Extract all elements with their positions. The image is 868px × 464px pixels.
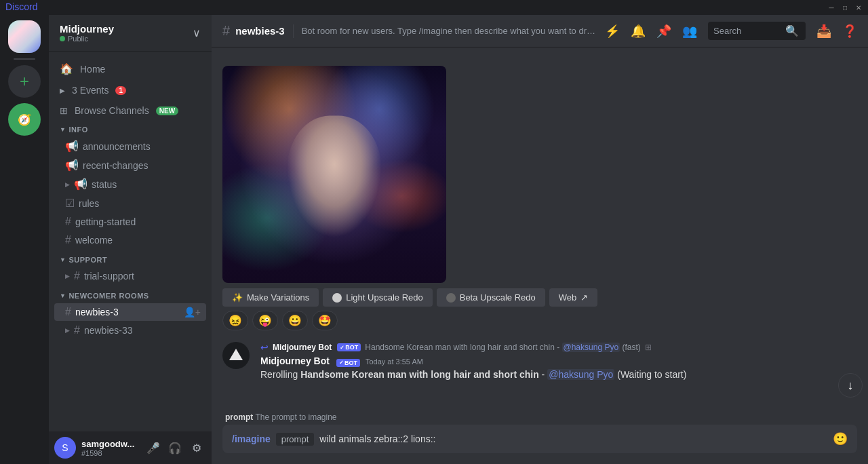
newcomer-section-header[interactable]: ▼ NEWCOMER ROOMS — [49, 288, 212, 303]
channel-name-newbies-33: newbies-33 — [84, 325, 201, 336]
channel-name-trial-support: trial-support — [84, 271, 201, 282]
channel-header-name: newbies-3 — [235, 25, 285, 37]
maximize-button[interactable]: □ — [841, 3, 849, 12]
make-variations-label: Make Variations — [247, 292, 309, 303]
user-avatar: S — [54, 437, 76, 459]
channel-name-newbies-3: newbies-3 — [75, 307, 180, 317]
server-sidebar: + 🧭 — [0, 15, 49, 464]
reply-text: Handsome Korean man with long hair and s… — [365, 343, 640, 352]
light-upscale-button[interactable]: Light Upscale Redo — [323, 288, 432, 307]
ai-generated-image — [222, 66, 446, 283]
external-link-icon: ↗ — [580, 292, 588, 303]
search-bar[interactable]: 🔍 — [708, 22, 806, 40]
channel-name-announcements: announcements — [83, 141, 201, 152]
explore-servers-icon[interactable]: 🧭 — [8, 103, 41, 136]
image-message-section: ✨ Make Variations Light Upscale Redo Bet… — [212, 59, 868, 332]
pin-icon[interactable]: 📌 — [656, 24, 671, 39]
message-author: Midjourney Bot — [260, 355, 330, 366]
channel-item-trial-support[interactable]: ▶ # trial-support — [54, 267, 206, 285]
events-caret: ▶ — [60, 87, 65, 94]
settings-button[interactable]: ⚙ — [187, 438, 206, 457]
status-expand-caret: ▶ — [65, 181, 70, 188]
search-icon: 🔍 — [785, 24, 799, 37]
channel-name-rules: rules — [79, 198, 201, 209]
add-member-icon: 👤+ — [184, 307, 201, 317]
events-badge: 1 — [115, 86, 126, 95]
welcome-icon: # — [65, 234, 71, 246]
server-chevron: ∨ — [193, 26, 201, 39]
trial-support-icon: # — [74, 270, 80, 282]
reaction-grin[interactable]: 😀 — [282, 311, 308, 330]
web-label: Web — [559, 292, 577, 303]
slash-command: /imagine — [232, 433, 271, 444]
channel-item-rules[interactable]: ☑ rules — [54, 194, 206, 212]
titlebar: Discord ─ □ ✕ — [0, 0, 868, 15]
message-text: Rerolling Handsome Korean man with long … — [260, 368, 857, 382]
support-section-header[interactable]: ▼ SUPPORT — [49, 252, 212, 267]
inbox-icon[interactable]: 📥 — [816, 24, 831, 39]
message-time: Today at 3:55 AM — [366, 357, 423, 366]
face-overlay — [287, 116, 382, 238]
trial-expand-caret: ▶ — [65, 273, 70, 279]
home-nav-item[interactable]: 🏠 Home — [49, 57, 212, 81]
channel-item-announcements[interactable]: 📢 announcements — [54, 137, 206, 155]
input-area: prompt The prompt to imagine /imagine pr… — [212, 407, 868, 464]
prompt-hint: prompt The prompt to imagine — [222, 412, 857, 422]
add-server-button[interactable]: + — [8, 65, 41, 98]
microphone-button[interactable]: 🎤 — [144, 438, 163, 457]
web-button[interactable]: Web ↗ — [549, 288, 598, 307]
user-tag: #1598 — [81, 449, 138, 457]
bell-icon[interactable]: 🔔 — [631, 24, 646, 39]
message-content: ↩ Midjourney Bot ✓BOT Handsome Korean ma… — [260, 342, 857, 381]
bot-message-group: ↩ Midjourney Bot ✓BOT Handsome Korean ma… — [212, 341, 868, 383]
chat-input[interactable] — [319, 433, 827, 444]
beta-upscale-button[interactable]: Beta Upscale Redo — [437, 288, 545, 307]
messages-area: ✨ Make Variations Light Upscale Redo Bet… — [212, 47, 868, 407]
variations-icon: ✨ — [232, 292, 243, 303]
message-input-box[interactable]: /imagine prompt 🙂 — [222, 425, 857, 453]
channel-item-status[interactable]: ▶ 📢 status — [54, 175, 206, 193]
channel-header: # newbies-3 Bot room for new users. Type… — [212, 15, 868, 47]
username: samgoodw... — [81, 439, 138, 449]
action-buttons: ✨ Make Variations Light Upscale Redo Bet… — [222, 288, 857, 307]
header-divider — [293, 24, 294, 38]
reaction-tongue[interactable]: 😜 — [252, 311, 278, 330]
scroll-to-bottom-button[interactable]: ↓ — [838, 373, 863, 398]
emoji-icon[interactable]: 🙂 — [833, 431, 848, 446]
reply-icon: ⊞ — [645, 343, 652, 352]
reply-bot-badge: ✓BOT — [337, 343, 361, 351]
close-button[interactable]: ✕ — [854, 3, 863, 12]
beta-upscale-icon — [446, 293, 456, 303]
channel-item-newbies-33[interactable]: ▶ # newbies-33 — [54, 322, 206, 339]
members-icon[interactable]: 👥 — [682, 24, 697, 39]
minimize-button[interactable]: ─ — [827, 3, 835, 12]
channel-item-welcome[interactable]: # welcome — [54, 231, 206, 249]
channel-item-getting-started[interactable]: # getting-started — [54, 213, 206, 231]
reaction-angry[interactable]: 😖 — [222, 311, 248, 330]
info-section-header[interactable]: ▼ INFO — [49, 121, 212, 136]
support-section: ▼ SUPPORT ▶ # trial-support — [49, 252, 212, 285]
midjourney-server-icon[interactable] — [8, 20, 41, 53]
reaction-star-eyes[interactable]: 🤩 — [312, 311, 338, 330]
channel-item-newbies-3[interactable]: # newbies-3 👤+ — [54, 303, 206, 321]
reply-bot-name: Midjourney Bot — [273, 343, 332, 352]
support-label: SUPPORT — [68, 256, 107, 264]
announcements-icon: 📢 — [65, 140, 79, 153]
channel-item-recent-changes[interactable]: 📢 recent-changes — [54, 156, 206, 174]
main-content: # newbies-3 Bot room for new users. Type… — [212, 15, 868, 464]
bolt-icon[interactable]: ⚡ — [605, 24, 620, 39]
search-input[interactable] — [713, 26, 781, 36]
events-nav-item[interactable]: ▶ 3 Events 1 — [49, 81, 212, 100]
make-variations-button[interactable]: ✨ Make Variations — [222, 288, 319, 307]
browse-channels-item[interactable]: ⊞ Browse Channels NEW — [49, 100, 212, 121]
info-label: INFO — [68, 125, 87, 134]
reroll-mention: @haksung Pyo — [547, 369, 614, 380]
channel-name-status: status — [92, 179, 201, 190]
server-divider — [14, 58, 35, 60]
channel-sidebar: Midjourney Public ∨ 🏠 Home ▶ 3 Events 1 … — [49, 15, 212, 464]
help-icon[interactable]: ❓ — [842, 24, 857, 39]
headphones-button[interactable]: 🎧 — [165, 438, 184, 457]
reply-arrow-icon: ↩ — [260, 342, 269, 353]
server-header[interactable]: Midjourney Public ∨ — [49, 15, 212, 52]
channel-list: 🏠 Home ▶ 3 Events 1 ⊞ Browse Channels NE… — [49, 52, 212, 431]
